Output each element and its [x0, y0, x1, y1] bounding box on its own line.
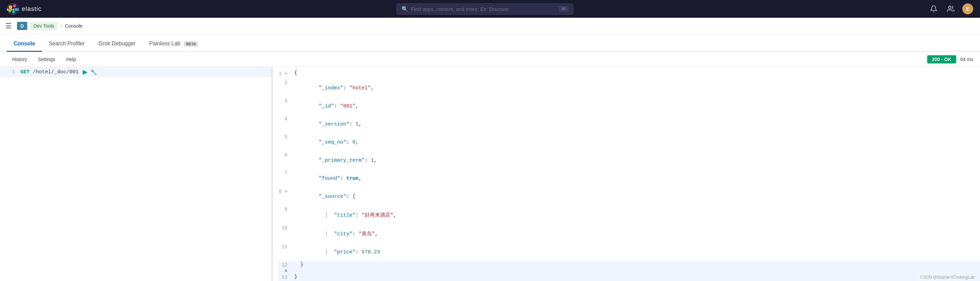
breadcrumb: D Dev Tools › Console	[17, 22, 83, 30]
notifications-button[interactable]	[928, 3, 939, 14]
response-line-7: 7 "found": true,	[278, 169, 980, 188]
method-keyword: GET	[21, 69, 30, 75]
response-line-11: 11 │ "price": 578.23	[278, 243, 980, 261]
resp-line-num-2: 2	[278, 80, 294, 86]
search-icon: 🔍	[401, 6, 408, 12]
tab-grok-debugger-label: Grok Debugger	[99, 41, 135, 46]
svg-point-4	[14, 8, 18, 11]
response-panel: 1 ▾ { 2 "_index": "hotel", 3 "_id": "001…	[272, 67, 980, 281]
elastic-text: elastic	[22, 5, 41, 13]
submenu-bar: History Settings Help 200 - OK 64 ms	[0, 52, 980, 67]
resp-line-num-13: 13 ▲	[278, 274, 294, 281]
resp-content-3: "_id": "001",	[294, 97, 359, 115]
resp-content-7: "found": true,	[294, 170, 362, 187]
footer-credit: CSDN @Sophie'sCookingLab	[920, 275, 975, 279]
submenu-settings[interactable]: Settings	[33, 53, 61, 65]
tab-bar: Console Search Profiler Grok Debugger Pa…	[0, 34, 980, 52]
global-search-bar[interactable]: 🔍 ⌘/	[396, 3, 573, 15]
resp-content-13: }	[294, 274, 297, 279]
submenu-history[interactable]: History	[7, 53, 33, 65]
resp-line-num-4: 4	[278, 116, 294, 122]
tab-search-profiler[interactable]: Search Profiler	[42, 37, 92, 52]
resp-content-12: }	[294, 262, 304, 267]
footer: CSDN @Sophie'sCookingLab	[915, 273, 980, 281]
tab-console-label: Console	[14, 41, 35, 46]
svg-point-6	[8, 9, 11, 12]
submenu-help[interactable]: Help	[60, 53, 81, 65]
resp-content-1: {	[294, 70, 297, 76]
elastic-logo: elastic elastic	[7, 3, 41, 15]
response-line-12: 12 ▲ }	[278, 261, 980, 273]
response-line-13: 13 ▲ }	[278, 273, 980, 281]
status-badge: 200 - OK	[927, 55, 956, 64]
resp-content-11: │ "price": 578.23	[294, 243, 380, 261]
notifications-icon	[930, 5, 937, 13]
resp-line-num-12: 12 ▲	[278, 262, 294, 273]
svg-point-5	[12, 11, 15, 14]
svg-point-2	[8, 5, 12, 9]
status-area: 200 - OK 64 ms	[927, 55, 973, 64]
svg-point-7	[949, 6, 951, 8]
resp-line-num-10: 10	[278, 225, 294, 231]
resp-content-5: "_seq_no": 0,	[294, 134, 359, 151]
help-button[interactable]	[945, 3, 956, 14]
breadcrumb-bar: ☰ D Dev Tools › Console	[0, 18, 980, 34]
resp-line-num-3: 3	[278, 97, 294, 104]
tab-beta-badge: BETA	[184, 41, 198, 47]
resp-line-num-6: 6	[278, 152, 294, 158]
help-icon	[947, 5, 955, 13]
top-nav: elastic elastic 🔍 ⌘/	[0, 0, 980, 18]
path-value: /hotel/_doc/001	[33, 69, 79, 75]
resp-line-num-1: 1 ▾	[278, 70, 294, 77]
response-line-9: 9 │ "title": "好再来酒店",	[278, 206, 980, 224]
response-line-3: 3 "_id": "001",	[278, 97, 980, 115]
breadcrumb-current: Console	[65, 23, 83, 29]
resp-content-8: "_source": {	[294, 188, 355, 205]
tab-search-profiler-label: Search Profiler	[49, 41, 85, 46]
tab-console[interactable]: Console	[7, 37, 42, 52]
resp-content-6: "_primary_term": 1,	[294, 152, 377, 169]
resp-line-num-8: 8 ▾	[278, 188, 294, 195]
resp-content-10: │ "city": "青岛",	[294, 225, 378, 243]
resp-content-4: "_version": 1,	[294, 116, 362, 133]
breadcrumb-home: D	[17, 22, 27, 30]
breadcrumb-separator: ›	[60, 23, 62, 29]
breadcrumb-devtools[interactable]: Dev Tools	[30, 22, 57, 30]
run-button[interactable]: ▶	[83, 68, 88, 76]
resp-line-num-11: 11	[278, 243, 294, 250]
resp-content-2: "_index": "hotel",	[294, 80, 374, 97]
user-avatar-button[interactable]: E	[962, 3, 973, 14]
response-line-2: 2 "_index": "hotel",	[278, 79, 980, 97]
main-content: 1 GET /hotel/_doc/001 ▶ 🔧 1 ▾ { 2 "_inde…	[0, 67, 980, 281]
editor-panel[interactable]: 1 GET /hotel/_doc/001 ▶ 🔧	[0, 67, 272, 281]
search-shortcut: ⌘/	[559, 6, 568, 12]
resp-line-num-7: 7	[278, 170, 294, 176]
response-line-5: 5 "_seq_no": 0,	[278, 133, 980, 152]
tab-painless-lab-label: Painless Lab	[149, 41, 180, 46]
tools-button[interactable]: 🔧	[90, 69, 97, 75]
line-number-1: 1	[4, 69, 15, 75]
global-search-input[interactable]	[411, 6, 557, 12]
svg-point-3	[13, 5, 16, 8]
response-line-6: 6 "_primary_term": 1,	[278, 152, 980, 169]
response-line-4: 4 "_version": 1,	[278, 115, 980, 133]
resp-content-9: │ "title": "好再来酒店",	[294, 206, 396, 224]
elastic-logo-icon: elastic	[7, 3, 19, 15]
response-line-10: 10 │ "city": "青岛",	[278, 224, 980, 243]
hamburger-button[interactable]: ☰	[5, 22, 11, 30]
tab-grok-debugger[interactable]: Grok Debugger	[92, 37, 142, 52]
nav-icons: E	[928, 3, 973, 14]
editor-line-1: 1 GET /hotel/_doc/001 ▶ 🔧	[0, 67, 272, 77]
resp-line-num-5: 5	[278, 134, 294, 140]
line-content-1: GET /hotel/_doc/001	[21, 69, 79, 75]
tab-painless-lab[interactable]: Painless Lab BETA	[142, 37, 205, 52]
response-line-8: 8 ▾ "_source": {	[278, 188, 980, 206]
response-line-1: 1 ▾ {	[278, 70, 980, 79]
status-time: 64 ms	[960, 57, 973, 62]
resp-line-num-9: 9	[278, 206, 294, 212]
